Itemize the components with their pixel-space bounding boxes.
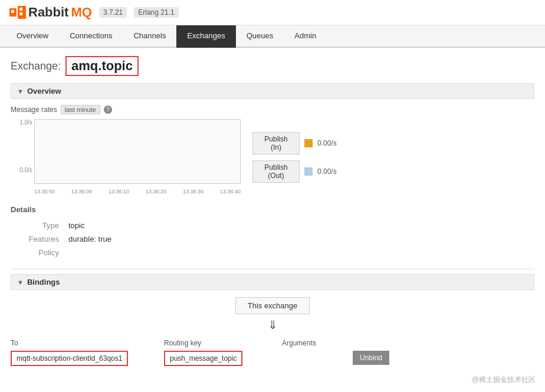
details-row-type: Type topic bbox=[11, 219, 534, 232]
erlang-badge: Erlang 21.1 bbox=[134, 7, 178, 18]
details-value-type: topic bbox=[64, 219, 534, 232]
bindings-arrow-icon: ▼ bbox=[17, 279, 24, 286]
nav-item-queues[interactable]: Queues bbox=[236, 25, 284, 48]
chart-y-axis: 1.0/s 0.0/s bbox=[14, 119, 32, 173]
chart-area: 1.0/s 0.0/s 13:35:50 13:36:00 13:36:10 1… bbox=[11, 119, 534, 196]
x-label-3: 13:36:20 bbox=[146, 189, 166, 195]
logo-area: RabbitMQ bbox=[9, 5, 92, 20]
x-label-4: 13:36:30 bbox=[183, 189, 203, 195]
this-exchange-button[interactable]: This exchange bbox=[235, 297, 310, 314]
details-title: Details bbox=[11, 205, 534, 214]
chart-box bbox=[34, 119, 241, 184]
overview-section-title: Overview bbox=[27, 87, 61, 95]
exchange-name: amq.topic bbox=[65, 56, 139, 76]
nav-item-overview[interactable]: Overview bbox=[6, 25, 59, 48]
rate-badge[interactable]: last minute bbox=[61, 105, 100, 114]
publish-in-value: 0.00/s bbox=[317, 139, 337, 147]
x-label-1: 13:36:00 bbox=[71, 189, 92, 195]
svg-rect-2 bbox=[11, 10, 14, 13]
nav-item-channels[interactable]: Channels bbox=[123, 25, 176, 48]
chart-y-bottom: 0.0/s bbox=[14, 167, 32, 173]
version-badge: 3.7.21 bbox=[99, 7, 127, 18]
details-key-type: Type bbox=[11, 219, 64, 232]
legend-item-publish-out: Publish(Out) 0.00/s bbox=[252, 160, 337, 183]
logo-rabbit-text: Rabbit bbox=[28, 5, 68, 20]
publish-out-value: 0.00/s bbox=[317, 167, 337, 176]
bindings-section-header[interactable]: ▼ Bindings bbox=[11, 274, 534, 290]
bindings-section-title: Bindings bbox=[27, 278, 60, 286]
binding-to-cell: mqtt-subscription-clientId_63qos1 bbox=[11, 354, 164, 363]
arrow-down-icon: ⇓ bbox=[268, 318, 278, 332]
bindings-center: This exchange ⇓ bbox=[11, 297, 534, 332]
col-header-to: To bbox=[11, 339, 164, 347]
binding-routing-key-value: push_message_topic bbox=[164, 351, 242, 366]
top-bar: RabbitMQ 3.7.21 Erlang 21.1 bbox=[0, 0, 545, 25]
rabbitmq-logo-icon bbox=[9, 6, 26, 19]
message-rates-label: Message rates bbox=[11, 106, 57, 114]
details-value-policy bbox=[64, 246, 534, 259]
publish-out-button[interactable]: Publish(Out) bbox=[252, 160, 300, 183]
details-key-policy: Policy bbox=[11, 246, 64, 259]
col-header-routing: Routing key bbox=[164, 339, 282, 347]
bindings-table-area: To Routing key Arguments mqtt-subscripti… bbox=[11, 339, 534, 367]
nav-bar: Overview Connections Channels Exchanges … bbox=[0, 25, 545, 48]
binding-routing-cell: push_message_topic bbox=[164, 354, 282, 363]
table-row: mqtt-subscription-clientId_63qos1 push_m… bbox=[11, 348, 534, 367]
logo-mq-text: MQ bbox=[71, 5, 91, 20]
details-key-features: Features bbox=[11, 232, 64, 246]
page-content: Exchange: amq.topic ▼ Overview Message r… bbox=[0, 48, 545, 375]
message-rates-row: Message rates last minute ? bbox=[11, 105, 534, 114]
details-row-policy: Policy bbox=[11, 246, 534, 259]
section-divider bbox=[11, 269, 534, 269]
nav-item-admin[interactable]: Admin bbox=[284, 25, 327, 48]
details-section: Details Type topic Features durable: tru… bbox=[11, 205, 534, 259]
watermark: @稀土掘金技术社区 bbox=[472, 375, 536, 385]
publish-in-button[interactable]: Publish(In) bbox=[252, 132, 300, 154]
col-header-arguments: Arguments bbox=[282, 339, 353, 347]
publish-in-color bbox=[304, 139, 313, 147]
legend-area: Publish(In) 0.00/s Publish(Out) 0.00/s bbox=[252, 119, 337, 196]
overview-section-header[interactable]: ▼ Overview bbox=[11, 83, 534, 99]
svg-rect-3 bbox=[19, 8, 22, 11]
chart-x-axis: 13:35:50 13:36:00 13:36:10 13:36:20 13:3… bbox=[34, 189, 241, 195]
details-value-features: durable: true bbox=[64, 232, 534, 246]
binding-to-value: mqtt-subscription-clientId_63qos1 bbox=[11, 351, 128, 366]
publish-out-color bbox=[304, 167, 313, 176]
x-label-5: 13:36:40 bbox=[220, 189, 241, 195]
svg-rect-4 bbox=[19, 12, 22, 15]
nav-item-connections[interactable]: Connections bbox=[59, 25, 123, 48]
legend-item-publish-in: Publish(In) 0.00/s bbox=[252, 132, 337, 154]
chart-y-top: 1.0/s bbox=[14, 119, 32, 126]
overview-arrow-icon: ▼ bbox=[17, 88, 24, 95]
help-icon[interactable]: ? bbox=[104, 106, 112, 114]
details-table: Type topic Features durable: true Policy bbox=[11, 219, 534, 259]
unbind-button[interactable]: Unbind bbox=[353, 351, 389, 365]
x-label-0: 13:35:50 bbox=[34, 189, 55, 195]
exchange-title: Exchange: amq.topic bbox=[11, 56, 534, 76]
bindings-section: This exchange ⇓ To Routing key Arguments… bbox=[11, 297, 534, 367]
nav-item-exchanges[interactable]: Exchanges bbox=[176, 25, 235, 48]
chart-wrapper: 1.0/s 0.0/s 13:35:50 13:36:00 13:36:10 1… bbox=[34, 119, 241, 184]
x-label-2: 13:36:10 bbox=[109, 189, 129, 195]
bindings-header-row: To Routing key Arguments bbox=[11, 339, 534, 348]
binding-action-cell: Unbind bbox=[353, 351, 400, 365]
details-row-features: Features durable: true bbox=[11, 232, 534, 246]
exchange-prefix-label: Exchange: bbox=[11, 60, 61, 73]
